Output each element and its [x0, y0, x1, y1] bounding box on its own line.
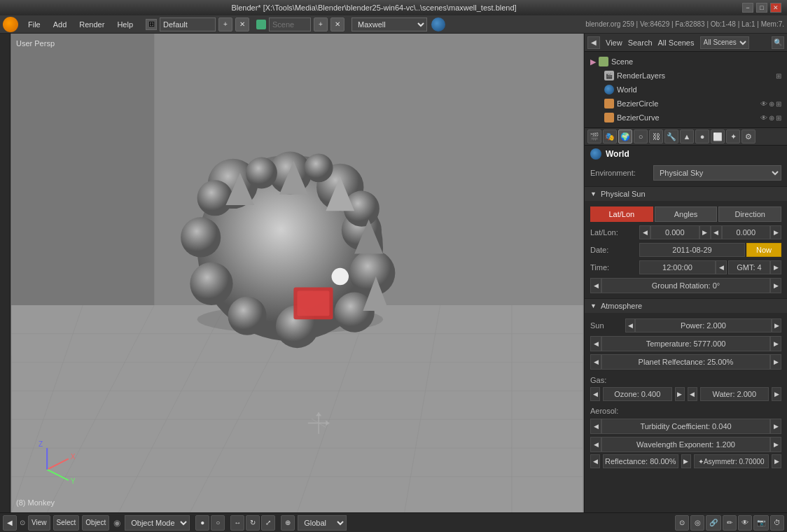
ground-arrow-right[interactable]: ▶: [770, 278, 781, 293]
planet-reflectance-field[interactable]: Planet Relfectance: 25.00%: [601, 354, 770, 370]
layout-remove[interactable]: ✕: [235, 18, 249, 31]
render-props-icon[interactable]: 🎬: [587, 130, 601, 144]
planet-ref-arrow-right[interactable]: ▶: [770, 354, 781, 370]
date-field[interactable]: 2011-08-29: [639, 243, 745, 257]
search-label[interactable]: Search: [628, 38, 653, 47]
ozone-field[interactable]: Ozone: 0.400: [603, 387, 672, 401]
wavelength-arrow-left[interactable]: ◀: [590, 437, 601, 452]
panel-search-btn[interactable]: 🔍: [772, 36, 784, 49]
tab-angles[interactable]: Angles: [655, 206, 718, 222]
temperature-field[interactable]: Temperature: 5777.000: [601, 336, 770, 351]
water-arrow-right[interactable]: ▶: [772, 387, 781, 401]
engine-select[interactable]: Maxwell Blender Render Cycles: [351, 18, 427, 31]
object-props-icon[interactable]: ○: [634, 130, 648, 144]
ozone-arrow-left[interactable]: ◀: [590, 387, 600, 401]
ground-rotation-field[interactable]: Ground Rotation: 0°: [601, 278, 770, 293]
solid-view-btn[interactable]: ●: [195, 515, 209, 531]
proportional-btn[interactable]: ⊙: [675, 515, 689, 531]
asym-arrow-right[interactable]: ▶: [772, 454, 781, 468]
tab-latlon[interactable]: Lat/Lon: [590, 206, 653, 222]
texture-icon[interactable]: ⬜: [711, 130, 725, 144]
tree-item-world[interactable]: World: [587, 83, 784, 97]
panel-toggle-btn[interactable]: ◀: [587, 36, 600, 49]
physics-icon[interactable]: ⚙: [741, 130, 755, 144]
now-button[interactable]: Now: [746, 243, 781, 257]
overlay-btn[interactable]: 👁: [738, 515, 752, 531]
scene-remove[interactable]: ✕: [330, 18, 344, 31]
time-field[interactable]: 12:00:00: [639, 260, 716, 274]
ozone-arrow-right[interactable]: ▶: [675, 387, 685, 401]
snap-btn[interactable]: 🔗: [706, 515, 721, 531]
gmt-arrow-right[interactable]: ▶: [770, 260, 781, 274]
transform-orientation[interactable]: Global Local Normal: [298, 515, 347, 531]
modifiers-icon[interactable]: 🔧: [664, 130, 678, 144]
eye-icon1[interactable]: 👁: [760, 100, 767, 108]
menu-file[interactable]: File: [22, 19, 46, 30]
wireframe-btn[interactable]: ○: [211, 515, 225, 531]
snap-icon[interactable]: ⊕: [281, 515, 295, 531]
lon-field[interactable]: 0.000: [722, 225, 771, 239]
gmt-field[interactable]: GMT: 4: [728, 260, 770, 274]
turbidity-arrow-left[interactable]: ◀: [590, 419, 601, 434]
view-menu[interactable]: View: [28, 515, 50, 531]
minimize-button[interactable]: −: [742, 3, 753, 13]
layout-icon[interactable]: ⊞: [146, 19, 157, 30]
cursor-icon1[interactable]: ⊕: [769, 100, 774, 108]
water-arrow-left[interactable]: ◀: [688, 387, 697, 401]
tree-item-beziercurve[interactable]: BezierCurve 👁 ⊕ ⊞: [587, 111, 784, 125]
view-label[interactable]: View: [606, 38, 622, 47]
lon-arrow-right[interactable]: ▶: [770, 225, 781, 239]
layout-add[interactable]: +: [218, 18, 232, 31]
constraints-icon[interactable]: ⛓: [649, 130, 663, 144]
turbidity-arrow-right[interactable]: ▶: [770, 419, 781, 434]
blender-logo[interactable]: [3, 17, 18, 32]
reflectance-field[interactable]: Reflectance: 80.00%: [603, 454, 678, 468]
power-arrow-right[interactable]: ▶: [772, 318, 781, 332]
menu-add[interactable]: Add: [48, 19, 73, 30]
menu-help[interactable]: Help: [111, 19, 139, 30]
layer-icon1[interactable]: ⊞: [776, 100, 781, 108]
object-menu[interactable]: Object: [82, 515, 109, 531]
mode-select[interactable]: Object Mode Edit Mode: [125, 515, 190, 531]
scene-props-icon[interactable]: 🎭: [603, 130, 617, 144]
lat-field[interactable]: 0.000: [650, 225, 699, 239]
rotate-btn[interactable]: ↻: [246, 515, 260, 531]
ground-arrow-left[interactable]: ◀: [590, 278, 601, 293]
scale-btn[interactable]: ⤢: [261, 515, 275, 531]
bottom-toggle[interactable]: ◀: [3, 515, 17, 531]
scenes-dropdown[interactable]: All Scenes: [700, 36, 749, 49]
material-icon[interactable]: ●: [695, 130, 709, 144]
refl-arrow-right[interactable]: ▶: [681, 454, 691, 468]
viewport[interactable]: User Persp: [11, 34, 584, 512]
render-btn[interactable]: 📷: [753, 515, 769, 531]
tree-item-scene[interactable]: ▶ Scene: [587, 55, 784, 69]
temp-arrow-left[interactable]: ◀: [590, 336, 601, 351]
power-arrow-left[interactable]: ◀: [625, 318, 635, 332]
physical-sun-section[interactable]: ▼ Physical Sun: [585, 186, 787, 201]
lat-arrow-right[interactable]: ▶: [699, 225, 711, 239]
world-props-icon[interactable]: 🌍: [618, 130, 632, 144]
lon-arrow-left[interactable]: ◀: [711, 225, 722, 239]
pivot-btn[interactable]: ◎: [690, 515, 704, 531]
layer-icon2[interactable]: ⊞: [776, 114, 781, 122]
select-menu[interactable]: Select: [53, 515, 80, 531]
tree-item-beziercircle[interactable]: BezierCircle 👁 ⊕ ⊞: [587, 97, 784, 111]
grease-btn[interactable]: ✏: [723, 515, 737, 531]
gmt-arrow-left[interactable]: ◀: [716, 260, 727, 274]
all-scenes-label[interactable]: All Scenes: [658, 38, 695, 47]
turbidity-field[interactable]: Turbidity Coefficient: 0.040: [601, 419, 770, 434]
lat-arrow-left[interactable]: ◀: [639, 225, 650, 239]
temp-arrow-right[interactable]: ▶: [770, 336, 781, 351]
menu-render[interactable]: Render: [74, 19, 110, 30]
timeline-btn[interactable]: ⏱: [770, 515, 784, 531]
scene-input[interactable]: [269, 18, 311, 31]
refl-arrow-left[interactable]: ◀: [590, 454, 600, 468]
data-icon[interactable]: ▲: [680, 130, 694, 144]
power-field[interactable]: Power: 2.000: [635, 318, 772, 332]
environment-dropdown[interactable]: Physical Sky None Sky: [653, 165, 781, 181]
asymmetry-field[interactable]: ✦Asymmetr: 0.70000: [694, 454, 769, 468]
blender-web-icon[interactable]: [431, 18, 445, 31]
particles-icon[interactable]: ✦: [726, 130, 740, 144]
maximize-button[interactable]: □: [756, 3, 767, 13]
cursor-icon2[interactable]: ⊕: [769, 114, 774, 122]
